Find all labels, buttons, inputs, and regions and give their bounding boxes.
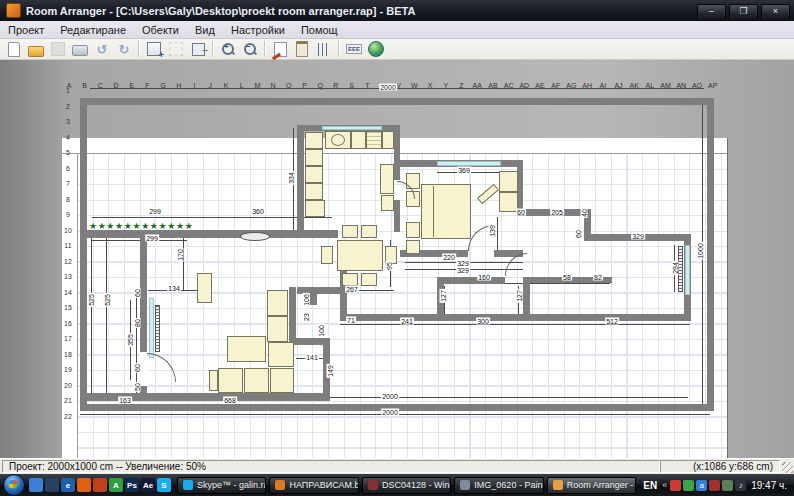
- room-arranger-window: Room Arranger - [C:\Users\Galy\Desktop\p…: [0, 0, 794, 496]
- print-icon: [72, 45, 88, 56]
- skype-icon[interactable]: S: [157, 478, 171, 492]
- menu-obekti[interactable]: Обекти: [134, 23, 187, 37]
- task-paint-label: IMG_0620 - Paint: [474, 480, 543, 490]
- dimension-icon: EEE: [346, 44, 362, 54]
- clock[interactable]: 19:47 ч.: [749, 480, 791, 491]
- print-button[interactable]: [69, 40, 91, 59]
- undo-button[interactable]: ↺: [91, 40, 113, 59]
- dimensions-button[interactable]: EEE: [343, 40, 365, 59]
- new-icon: [8, 42, 20, 57]
- task-napravisam-icon: [275, 480, 285, 490]
- sel-icon: [169, 42, 183, 56]
- aftereffects-icon[interactable]: Ae: [141, 478, 155, 492]
- task-skype[interactable]: Skype™ - galin.rac...: [177, 477, 266, 494]
- language-indicator[interactable]: EN: [641, 480, 659, 491]
- taskbar: eAPsAeS Skype™ - galin.rac...НАПРАВИСАМ.…: [0, 474, 794, 496]
- magnifier-sign: +: [224, 42, 229, 51]
- task-paint-icon: [460, 480, 470, 490]
- close-button[interactable]: ×: [761, 4, 790, 21]
- task-paint[interactable]: IMG_0620 - Paint: [454, 477, 543, 494]
- ruler-left: [62, 153, 78, 496]
- redo-button[interactable]: ↻: [113, 40, 135, 59]
- window-title: Room Arranger - [C:\Users\Galy\Desktop\p…: [26, 5, 694, 17]
- task-photo-viewer-label: DSC04128 - Windo...: [382, 480, 451, 490]
- clipboard-button[interactable]: [291, 40, 313, 59]
- walls-editor-button[interactable]: [269, 40, 291, 59]
- menu-redaktirane[interactable]: Редактиране: [52, 23, 134, 37]
- network-tray-icon[interactable]: [722, 480, 733, 491]
- task-room-arranger[interactable]: Room Arranger - ...: [547, 477, 636, 494]
- task-napravisam[interactable]: НАПРАВИСАМ.b...: [269, 477, 358, 494]
- save-icon: [51, 42, 65, 56]
- clip-icon: [296, 41, 308, 57]
- media-tool-icon[interactable]: [93, 478, 107, 492]
- zout-icon: −: [243, 42, 257, 56]
- toolbar-separator: [338, 41, 340, 57]
- task-skype-icon: [183, 480, 193, 490]
- undo-icon: ↺: [97, 43, 108, 56]
- design-icon: [274, 42, 287, 57]
- measure-3d-button[interactable]: [313, 40, 335, 59]
- menu-pomosht[interactable]: Помощ: [293, 23, 346, 37]
- ruler-top: [62, 138, 727, 154]
- bars-icon: [318, 43, 330, 56]
- web-globe-button[interactable]: [365, 40, 387, 59]
- canvas-grid: [77, 153, 727, 496]
- start-button[interactable]: [3, 474, 25, 496]
- green-tray-icon[interactable]: [683, 480, 694, 491]
- move-icon: [192, 43, 205, 56]
- maximize-button[interactable]: ❐: [729, 4, 758, 21]
- redo-icon: ↻: [119, 43, 130, 56]
- internet-icon[interactable]: e: [61, 478, 75, 492]
- task-photo-viewer[interactable]: DSC04128 - Windo...: [362, 477, 451, 494]
- new-document-button[interactable]: [3, 40, 25, 59]
- move-object-button[interactable]: [187, 40, 209, 59]
- open-icon: [28, 46, 44, 57]
- zin-icon: +: [221, 42, 235, 56]
- status-cursor-coords: (x:1086 y:686 cm): [660, 460, 780, 473]
- task-photo-viewer-icon: [368, 480, 378, 490]
- tray-icons: a♪: [670, 480, 746, 491]
- photoshop-icon[interactable]: Ps: [125, 478, 139, 492]
- status-bar: Проект: 2000x1000 cm -- Увеличение: 50% …: [0, 458, 794, 474]
- minimize-button[interactable]: –: [697, 4, 726, 21]
- menu-nastroyki[interactable]: Настройки: [223, 23, 293, 37]
- red-tray-icon[interactable]: [709, 480, 720, 491]
- resize-grip[interactable]: [782, 462, 793, 473]
- task-room-arranger-icon: [553, 480, 563, 490]
- quick-launch-bar: eAPsAeS: [29, 478, 171, 492]
- tray-overflow-chevron[interactable]: «: [662, 480, 667, 490]
- save-button: [47, 40, 69, 59]
- window-switcher-icon[interactable]: [45, 478, 59, 492]
- window-controls: –❐×: [694, 0, 790, 21]
- toolbar-separator: [212, 41, 214, 57]
- zoom-out-button[interactable]: −: [239, 40, 261, 59]
- toolbar-separator: [264, 41, 266, 57]
- task-skype-label: Skype™ - galin.rac...: [197, 480, 266, 490]
- status-project-info: Проект: 2000x1000 cm -- Увеличение: 50%: [2, 460, 660, 473]
- globe-icon: [368, 41, 384, 57]
- add-object-button[interactable]: [143, 40, 165, 59]
- security-tray-icon[interactable]: [670, 480, 681, 491]
- language-a-tray-icon[interactable]: a: [696, 480, 707, 491]
- volume-tray-icon[interactable]: ♪: [735, 480, 746, 491]
- show-desktop-icon[interactable]: [29, 478, 43, 492]
- menu-proekt[interactable]: Проект: [0, 23, 52, 37]
- taskbar-tasks: Skype™ - galin.rac...НАПРАВИСАМ.b...DSC0…: [177, 477, 636, 494]
- system-tray: EN « a♪ 19:47 ч.: [641, 480, 791, 491]
- app-icon: [6, 3, 21, 18]
- menu-bar: ПроектРедактиранеОбектиВидНастройкиПомощ: [0, 21, 794, 39]
- firefox-icon[interactable]: [77, 478, 91, 492]
- toolbar-separator: [138, 41, 140, 57]
- task-napravisam-label: НАПРАВИСАМ.b...: [289, 480, 358, 490]
- addobj-icon: [147, 42, 161, 56]
- aimp-icon[interactable]: A: [109, 478, 123, 492]
- open-button[interactable]: [25, 40, 47, 59]
- menu-vid[interactable]: Вид: [187, 23, 223, 37]
- toolbar: ↺↻+−EEE: [0, 39, 794, 60]
- title-bar: Room Arranger - [C:\Users\Galy\Desktop\p…: [0, 0, 794, 21]
- zoom-in-button[interactable]: +: [217, 40, 239, 59]
- select-button: [165, 40, 187, 59]
- magnifier-sign: −: [246, 42, 251, 51]
- task-room-arranger-label: Room Arranger - ...: [567, 480, 636, 490]
